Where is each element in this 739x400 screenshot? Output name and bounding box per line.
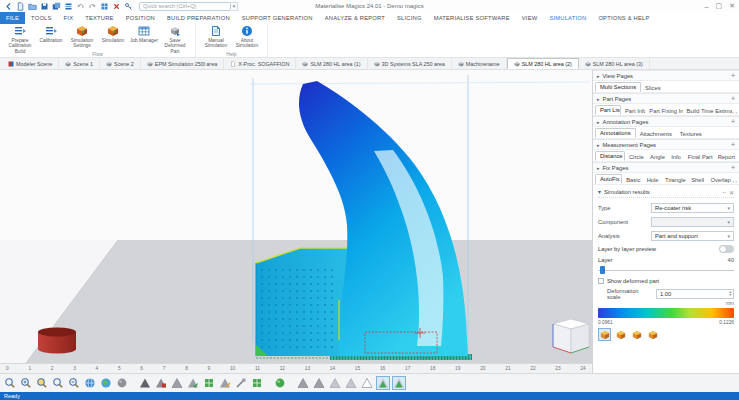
component-select[interactable]: ▼ (651, 217, 734, 227)
simulation-settings-button[interactable]: Simulation Settings (68, 25, 96, 50)
manual-simulation-button[interactable]: Manual Simulation (202, 25, 230, 50)
triangle-grey-icon[interactable] (296, 376, 310, 390)
panel-tab-hole[interactable]: Hole (643, 176, 661, 184)
panel-tab-autofix[interactable]: AutoFix (595, 174, 622, 184)
panel-tab-report[interactable]: Report (714, 153, 737, 161)
wrench-icon[interactable] (234, 376, 248, 390)
triangle-green-icon[interactable] (392, 376, 406, 390)
search-dropdown-icon[interactable]: ▾ (231, 2, 238, 11)
panel-tab-part-fixing-info[interactable]: Part Fixing Info (645, 107, 682, 115)
maximize-button[interactable]: ▢ (716, 2, 723, 10)
panel-tab-multi-sections[interactable]: Multi Sections (595, 82, 641, 92)
triangle-light-icon[interactable] (344, 376, 358, 390)
search-input[interactable]: Quick search (Ctrl+Q) (139, 2, 231, 11)
panel-tab-final-part[interactable]: Final Part (684, 153, 714, 161)
triangle-green-icon[interactable] (376, 376, 390, 390)
panel-tab-attachments[interactable]: Attachments (636, 130, 676, 138)
scene-tab-3d-systems-sla-250-area[interactable]: 3D Systems SLA 250 area (368, 58, 452, 69)
collapse-icon[interactable]: ▾ (598, 189, 601, 195)
ribbon-tab-slicing[interactable]: SLICING (391, 12, 428, 24)
ribbon-tab-file[interactable]: FILE (0, 12, 25, 24)
slider-handle[interactable] (600, 266, 605, 274)
tab-scroll-icons[interactable]: ‹ › (732, 178, 737, 184)
spinner-icons[interactable]: ▲▼ (729, 290, 732, 298)
panel-section-header-part-pages[interactable]: ▸Part Pages+ (593, 93, 739, 104)
layers-icon[interactable] (64, 2, 73, 11)
viewport-3d[interactable]: 0123456789101112131415161718192021222324 (0, 70, 592, 373)
tab-scroll-icons[interactable]: ‹ › (732, 109, 737, 115)
add-page-icon[interactable]: + (731, 164, 735, 171)
ribbon-tab-simulation[interactable]: SIMULATION (543, 12, 592, 24)
ribbon-tab-tools[interactable]: TOOLS (25, 12, 58, 24)
add-page-icon[interactable]: + (731, 72, 735, 79)
triangle-light-icon[interactable] (328, 376, 342, 390)
floppy-icon[interactable] (40, 2, 49, 11)
panel-tab-annotations[interactable]: Annotations (595, 128, 636, 138)
layer-slider[interactable] (598, 265, 734, 275)
triangle-pencil-icon[interactable] (218, 376, 232, 390)
show-deformed-checkbox[interactable] (598, 278, 604, 284)
square-green-icon[interactable] (250, 376, 264, 390)
triangle-grey-icon[interactable] (170, 376, 184, 390)
panel-tab-basic[interactable]: Basic (622, 176, 642, 184)
triangle-grey-icon[interactable] (312, 376, 326, 390)
magnifier-minus-icon[interactable] (67, 376, 81, 390)
save-deformed-part-button[interactable]: Save Deformed Part (161, 25, 189, 50)
panel-tab-textures[interactable]: Textures (676, 130, 706, 138)
close-panel-icon[interactable]: ✕ (729, 189, 734, 196)
deformation-scale-input[interactable]: 1.00 ▲▼ (656, 289, 734, 299)
back-icon[interactable] (4, 2, 13, 11)
panel-section-header-measurement-pages[interactable]: ▸Measurement Pages+ (593, 139, 739, 150)
panel-tab-angle[interactable]: Angle (646, 153, 667, 161)
panel-tab-slices[interactable]: Slices (641, 84, 664, 92)
layer-preview-toggle[interactable] (719, 245, 734, 253)
close-button[interactable]: ✕ (729, 2, 735, 10)
scene-tab-modeler-scene[interactable]: Modeler Scene (2, 58, 59, 69)
about-simulation-button[interactable]: About Simulation (233, 25, 261, 50)
type-select[interactable]: Re-coater risk▼ (651, 203, 734, 213)
floppy-all-icon[interactable] (52, 2, 61, 11)
scene-tab-scene-2[interactable]: Scene 2 (100, 58, 141, 69)
pin-icon[interactable]: − (722, 189, 726, 195)
close-doc-icon[interactable] (112, 2, 121, 11)
scene-tab-slm-280-hl-area-2-[interactable]: SLM 280 HL area (2) (507, 58, 579, 69)
calibration-button[interactable]: Calibration (37, 25, 65, 50)
panel-tab-circle[interactable]: Circle (625, 153, 646, 161)
ribbon-tab-view[interactable]: VIEW (516, 12, 544, 24)
result-view-button-3[interactable] (630, 328, 643, 341)
sphere-grey-icon[interactable] (115, 376, 129, 390)
triangle-outline-icon[interactable] (360, 376, 374, 390)
prepare-calibration-build-button[interactable]: Prepare Calibration Build (6, 25, 34, 50)
file-icon[interactable] (16, 2, 25, 11)
result-view-button-1[interactable] (598, 328, 611, 341)
folder-icon[interactable] (28, 2, 37, 11)
scene-tab-slm-280-hl-area-3-[interactable]: SLM 280 HL area (3) (579, 58, 650, 69)
magnifier-icon[interactable] (51, 376, 65, 390)
scene-tab-epm-simulation-250l-area[interactable]: EPM Simulation 250l area (141, 58, 224, 69)
triangle-check-icon[interactable] (186, 376, 200, 390)
panel-tab-part-list[interactable]: Part List (595, 105, 621, 115)
magnifier-yellow-icon[interactable] (35, 376, 49, 390)
scene-tab-slm-280-hl-area-1-[interactable]: SLM 280 HL area (1) (296, 58, 367, 69)
simulation-button[interactable]: Simulation (99, 25, 127, 50)
panel-section-header-fix-pages[interactable]: ▸Fix Pages+ (593, 162, 739, 173)
triangle-red-icon[interactable] (154, 376, 168, 390)
panel-tab-triangle[interactable]: Triangle (661, 176, 687, 184)
panel-tab-shell[interactable]: Shell (687, 176, 706, 184)
add-page-icon[interactable]: + (731, 141, 735, 148)
panel-tab-build-time-estimation[interactable]: Build Time Estimation (683, 107, 733, 115)
panel-section-header-annotation-pages[interactable]: ▸Annotation Pages+ (593, 116, 739, 127)
sphere-green-icon[interactable] (273, 376, 287, 390)
ribbon-tab-materialise-software[interactable]: MATERIALISE SOFTWARE (428, 12, 516, 24)
ribbon-tab-analyze-report[interactable]: ANALYZE & REPORT (319, 12, 391, 24)
redo-icon[interactable] (88, 2, 97, 11)
undo-icon[interactable] (76, 2, 85, 11)
globe-icon[interactable] (83, 376, 97, 390)
panel-tab-info[interactable]: Info (667, 153, 684, 161)
ribbon-tab-fix[interactable]: FIX (58, 12, 80, 24)
cylinder-part[interactable] (38, 328, 76, 354)
view-cube[interactable] (553, 319, 589, 353)
panel-tab-part-info[interactable]: Part Info (621, 107, 645, 115)
panel-tab-overlap[interactable]: Overlap (707, 176, 733, 184)
ribbon-tab-texture[interactable]: TEXTURE (79, 12, 119, 24)
